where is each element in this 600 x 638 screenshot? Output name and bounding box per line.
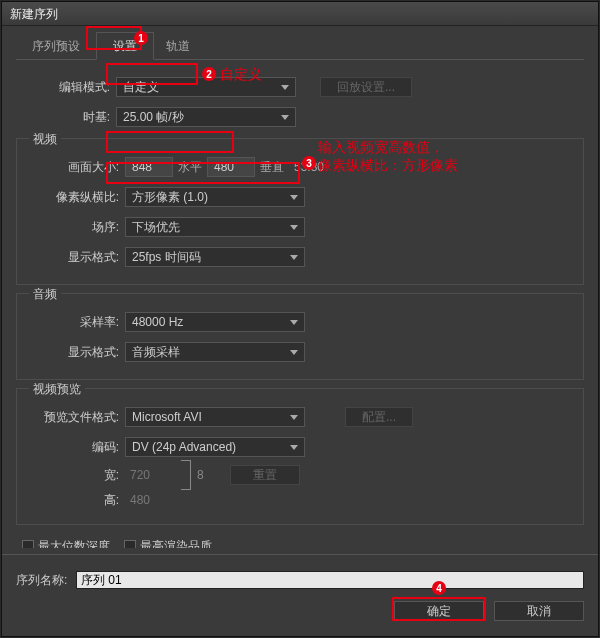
config-button: 配置... (345, 407, 413, 427)
video-group-title: 视频 (29, 131, 61, 148)
reset-button: 重置 (230, 465, 300, 485)
tab-settings[interactable]: 设置 (96, 32, 154, 60)
audio-group: 音频 采样率: 48000 Hz 显示格式: 音频采样 (16, 293, 584, 380)
tab-presets[interactable]: 序列预设 (16, 33, 96, 59)
max-bit-depth-checkbox[interactable] (22, 540, 34, 548)
preview-file-select[interactable]: Microsoft AVI (125, 407, 305, 427)
sample-rate-value: 48000 Hz (132, 315, 183, 329)
timebase-label: 时基: (16, 109, 116, 126)
divider (2, 554, 598, 555)
chevron-down-icon (290, 255, 298, 260)
timebase-select[interactable]: 25.00 帧/秒 (116, 107, 296, 127)
sample-rate-label: 采样率: (25, 314, 125, 331)
max-render-quality-label: 最高渲染品质 (140, 538, 212, 549)
max-render-quality-checkbox[interactable] (124, 540, 136, 548)
audio-display-select[interactable]: 音频采样 (125, 342, 305, 362)
preview-group-title: 视频预览 (29, 381, 85, 398)
sample-rate-select[interactable]: 48000 Hz (125, 312, 305, 332)
playback-settings-button: 回放设置... (320, 77, 412, 97)
par-select[interactable]: 方形像素 (1.0) (125, 187, 305, 207)
preview-width-label: 宽: (25, 467, 125, 484)
video-display-value: 25fps 时间码 (132, 249, 201, 266)
chevron-down-icon (281, 115, 289, 120)
edit-mode-select[interactable]: 自定义 (116, 77, 296, 97)
link-icon[interactable]: 8 (197, 468, 204, 482)
tab-tracks[interactable]: 轨道 (150, 33, 206, 59)
frame-size-label: 画面大小: (25, 159, 125, 176)
chevron-down-icon (290, 445, 298, 450)
frame-height-input[interactable]: 480 (207, 157, 255, 177)
audio-group-title: 音频 (29, 286, 61, 303)
edit-mode-label: 编辑模式: (16, 79, 116, 96)
dialog-content: 序列预设 设置 轨道 编辑模式: 自定义 回放设置... 时基: 25.00 帧… (2, 26, 598, 548)
fields-select[interactable]: 下场优先 (125, 217, 305, 237)
video-display-select[interactable]: 25fps 时间码 (125, 247, 305, 267)
ok-button[interactable]: 确定 (394, 601, 484, 621)
audio-display-label: 显示格式: (25, 344, 125, 361)
fields-label: 场序: (25, 219, 125, 236)
preview-height-value: 480 (125, 493, 155, 507)
general-section: 编辑模式: 自定义 回放设置... 时基: 25.00 帧/秒 (16, 74, 584, 130)
dialog-footer: 序列名称: 序列 01 确定 取消 4 (2, 561, 598, 627)
max-bit-depth-label: 最大位数深度 (38, 538, 110, 549)
chevron-down-icon (281, 85, 289, 90)
audio-display-value: 音频采样 (132, 344, 180, 361)
chevron-down-icon (290, 195, 298, 200)
preview-file-value: Microsoft AVI (132, 410, 202, 424)
video-group: 视频 画面大小: 848 水平 480 垂直 53:30 像素纵横比: 方形像素… (16, 138, 584, 285)
frame-width-input[interactable]: 848 (125, 157, 173, 177)
dialog-title: 新建序列 (2, 2, 598, 26)
fields-value: 下场优先 (132, 219, 180, 236)
preview-file-label: 预览文件格式: (25, 409, 125, 426)
preview-height-label: 高: (25, 492, 125, 509)
video-display-label: 显示格式: (25, 249, 125, 266)
preview-width-value: 720 (125, 468, 155, 482)
edit-mode-value: 自定义 (123, 79, 159, 96)
chevron-down-icon (290, 415, 298, 420)
tabs: 序列预设 设置 轨道 (16, 34, 584, 60)
par-value: 方形像素 (1.0) (132, 189, 208, 206)
codec-label: 编码: (25, 439, 125, 456)
codec-select[interactable]: DV (24p Advanced) (125, 437, 305, 457)
sequence-name-input[interactable]: 序列 01 (76, 571, 584, 589)
codec-value: DV (24p Advanced) (132, 440, 236, 454)
chevron-down-icon (290, 350, 298, 355)
checkbox-row: 最大位数深度 最高渲染品质 (22, 533, 584, 548)
preview-group: 视频预览 预览文件格式: Microsoft AVI 配置... 编码: DV … (16, 388, 584, 525)
horizontal-label: 水平 (173, 159, 207, 176)
new-sequence-dialog: 新建序列 序列预设 设置 轨道 编辑模式: 自定义 回放设置... 时基: 2 (1, 1, 599, 637)
par-label: 像素纵横比: (25, 189, 125, 206)
chevron-down-icon (290, 320, 298, 325)
frame-ratio-text: 53:30 (289, 160, 329, 174)
link-bracket-icon (181, 460, 191, 490)
timebase-value: 25.00 帧/秒 (123, 109, 184, 126)
chevron-down-icon (290, 225, 298, 230)
cancel-button[interactable]: 取消 (494, 601, 584, 621)
vertical-label: 垂直 (255, 159, 289, 176)
sequence-name-label: 序列名称: (16, 572, 76, 589)
